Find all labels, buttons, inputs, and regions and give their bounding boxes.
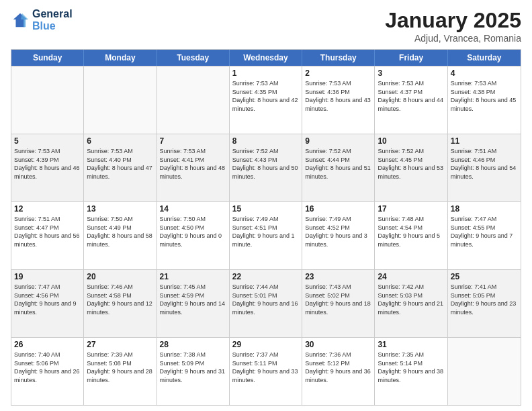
day-cell-19: 19Sunrise: 7:47 AM Sunset: 4:56 PM Dayli… [11, 270, 84, 337]
day-info: Sunrise: 7:44 AM Sunset: 5:01 PM Dayligh… [232, 283, 299, 316]
day-info: Sunrise: 7:49 AM Sunset: 4:51 PM Dayligh… [232, 215, 299, 248]
day-cell-31: 31Sunrise: 7:35 AM Sunset: 5:14 PM Dayli… [375, 338, 447, 405]
day-number: 24 [378, 272, 444, 281]
day-info: Sunrise: 7:53 AM Sunset: 4:38 PM Dayligh… [451, 79, 518, 113]
month-title: January 2025 [385, 8, 521, 33]
week-row-2: 5Sunrise: 7:53 AM Sunset: 4:39 PM Daylig… [11, 134, 521, 201]
day-number: 20 [87, 272, 153, 281]
day-number: 10 [378, 136, 444, 146]
col-header-monday: Monday [84, 50, 157, 66]
day-number: 31 [378, 340, 444, 349]
calendar-body: 1Sunrise: 7:53 AM Sunset: 4:35 PM Daylig… [11, 66, 521, 405]
day-number: 14 [160, 204, 226, 214]
day-number: 6 [87, 136, 153, 146]
week-row-1: 1Sunrise: 7:53 AM Sunset: 4:35 PM Daylig… [11, 66, 521, 134]
day-info: Sunrise: 7:53 AM Sunset: 4:35 PM Dayligh… [232, 79, 299, 113]
day-number: 1 [232, 68, 299, 78]
day-info: Sunrise: 7:53 AM Sunset: 4:39 PM Dayligh… [14, 147, 81, 181]
day-number: 26 [14, 340, 81, 349]
day-cell-17: 17Sunrise: 7:48 AM Sunset: 4:54 PM Dayli… [375, 202, 447, 269]
day-cell-16: 16Sunrise: 7:49 AM Sunset: 4:52 PM Dayli… [302, 202, 375, 269]
day-cell-22: 22Sunrise: 7:44 AM Sunset: 5:01 PM Dayli… [230, 270, 302, 337]
day-cell-10: 10Sunrise: 7:52 AM Sunset: 4:45 PM Dayli… [375, 134, 447, 201]
col-header-saturday: Saturday [448, 50, 521, 66]
day-cell-12: 12Sunrise: 7:51 AM Sunset: 4:47 PM Dayli… [11, 202, 84, 269]
day-cell-23: 23Sunrise: 7:43 AM Sunset: 5:02 PM Dayli… [302, 270, 375, 337]
day-info: Sunrise: 7:48 AM Sunset: 4:54 PM Dayligh… [378, 215, 444, 248]
logo-icon [11, 11, 30, 30]
day-cell-9: 9Sunrise: 7:52 AM Sunset: 4:44 PM Daylig… [302, 134, 375, 201]
day-cell-29: 29Sunrise: 7:37 AM Sunset: 5:11 PM Dayli… [230, 338, 302, 405]
logo-line2: Blue [32, 20, 73, 32]
day-info: Sunrise: 7:40 AM Sunset: 5:06 PM Dayligh… [14, 351, 81, 384]
day-cell-13: 13Sunrise: 7:50 AM Sunset: 4:49 PM Dayli… [84, 202, 157, 269]
day-number: 28 [160, 340, 226, 349]
day-info: Sunrise: 7:53 AM Sunset: 4:36 PM Dayligh… [305, 79, 371, 113]
day-cell-26: 26Sunrise: 7:40 AM Sunset: 5:06 PM Dayli… [11, 338, 84, 405]
day-cell-1: 1Sunrise: 7:53 AM Sunset: 4:35 PM Daylig… [230, 66, 302, 134]
day-info: Sunrise: 7:41 AM Sunset: 5:05 PM Dayligh… [451, 283, 518, 316]
day-info: Sunrise: 7:52 AM Sunset: 4:44 PM Dayligh… [305, 147, 371, 181]
day-info: Sunrise: 7:45 AM Sunset: 4:59 PM Dayligh… [160, 283, 226, 316]
day-number: 16 [305, 204, 371, 214]
logo: General Blue [11, 8, 73, 32]
day-cell-30: 30Sunrise: 7:36 AM Sunset: 5:12 PM Dayli… [302, 338, 375, 405]
day-info: Sunrise: 7:36 AM Sunset: 5:12 PM Dayligh… [305, 351, 371, 384]
day-info: Sunrise: 7:35 AM Sunset: 5:14 PM Dayligh… [378, 351, 444, 384]
day-info: Sunrise: 7:50 AM Sunset: 4:50 PM Dayligh… [160, 215, 226, 248]
day-info: Sunrise: 7:52 AM Sunset: 4:43 PM Dayligh… [232, 147, 299, 181]
day-cell-24: 24Sunrise: 7:42 AM Sunset: 5:03 PM Dayli… [375, 270, 447, 337]
day-cell-18: 18Sunrise: 7:47 AM Sunset: 4:55 PM Dayli… [448, 202, 521, 269]
day-info: Sunrise: 7:53 AM Sunset: 4:40 PM Dayligh… [87, 147, 153, 181]
logo-line1: General [32, 8, 73, 20]
empty-cell [448, 338, 521, 405]
calendar-header: SundayMondayTuesdayWednesdayThursdayFrid… [11, 50, 521, 66]
col-header-friday: Friday [375, 50, 447, 66]
header: General Blue January 2025 Adjud, Vrancea… [11, 8, 521, 44]
day-number: 30 [305, 340, 371, 349]
day-info: Sunrise: 7:37 AM Sunset: 5:11 PM Dayligh… [232, 351, 299, 384]
day-number: 9 [305, 136, 371, 146]
day-number: 23 [305, 272, 371, 281]
day-cell-25: 25Sunrise: 7:41 AM Sunset: 5:05 PM Dayli… [448, 270, 521, 337]
day-info: Sunrise: 7:42 AM Sunset: 5:03 PM Dayligh… [378, 283, 444, 316]
col-header-thursday: Thursday [302, 50, 375, 66]
day-cell-5: 5Sunrise: 7:53 AM Sunset: 4:39 PM Daylig… [11, 134, 84, 201]
day-number: 19 [14, 272, 81, 281]
day-cell-7: 7Sunrise: 7:53 AM Sunset: 4:41 PM Daylig… [157, 134, 230, 201]
day-info: Sunrise: 7:53 AM Sunset: 4:41 PM Dayligh… [160, 147, 226, 181]
day-number: 13 [87, 204, 153, 214]
col-header-tuesday: Tuesday [157, 50, 230, 66]
day-number: 22 [232, 272, 299, 281]
day-number: 4 [451, 68, 518, 78]
day-info: Sunrise: 7:50 AM Sunset: 4:49 PM Dayligh… [87, 215, 153, 248]
day-cell-27: 27Sunrise: 7:39 AM Sunset: 5:08 PM Dayli… [84, 338, 157, 405]
day-number: 7 [160, 136, 226, 146]
day-number: 2 [305, 68, 371, 78]
day-info: Sunrise: 7:49 AM Sunset: 4:52 PM Dayligh… [305, 215, 371, 248]
empty-cell [11, 66, 84, 134]
page: General Blue January 2025 Adjud, Vrancea… [0, 0, 532, 411]
day-info: Sunrise: 7:38 AM Sunset: 5:09 PM Dayligh… [160, 351, 226, 384]
col-header-wednesday: Wednesday [230, 50, 302, 66]
day-cell-2: 2Sunrise: 7:53 AM Sunset: 4:36 PM Daylig… [302, 66, 375, 134]
day-number: 3 [378, 68, 444, 78]
day-number: 15 [232, 204, 299, 214]
day-cell-21: 21Sunrise: 7:45 AM Sunset: 4:59 PM Dayli… [157, 270, 230, 337]
day-number: 25 [451, 272, 518, 281]
day-cell-14: 14Sunrise: 7:50 AM Sunset: 4:50 PM Dayli… [157, 202, 230, 269]
week-row-4: 19Sunrise: 7:47 AM Sunset: 4:56 PM Dayli… [11, 269, 521, 337]
week-row-5: 26Sunrise: 7:40 AM Sunset: 5:06 PM Dayli… [11, 337, 521, 405]
day-info: Sunrise: 7:39 AM Sunset: 5:08 PM Dayligh… [87, 351, 153, 384]
day-number: 29 [232, 340, 299, 349]
day-info: Sunrise: 7:47 AM Sunset: 4:55 PM Dayligh… [451, 215, 518, 248]
day-info: Sunrise: 7:47 AM Sunset: 4:56 PM Dayligh… [14, 283, 81, 316]
day-cell-15: 15Sunrise: 7:49 AM Sunset: 4:51 PM Dayli… [230, 202, 302, 269]
calendar: SundayMondayTuesdayWednesdayThursdayFrid… [11, 49, 521, 406]
day-info: Sunrise: 7:51 AM Sunset: 4:47 PM Dayligh… [14, 215, 81, 248]
day-info: Sunrise: 7:43 AM Sunset: 5:02 PM Dayligh… [305, 283, 371, 316]
day-number: 27 [87, 340, 153, 349]
day-number: 5 [14, 136, 81, 146]
day-number: 11 [451, 136, 518, 146]
day-info: Sunrise: 7:53 AM Sunset: 4:37 PM Dayligh… [378, 79, 444, 113]
